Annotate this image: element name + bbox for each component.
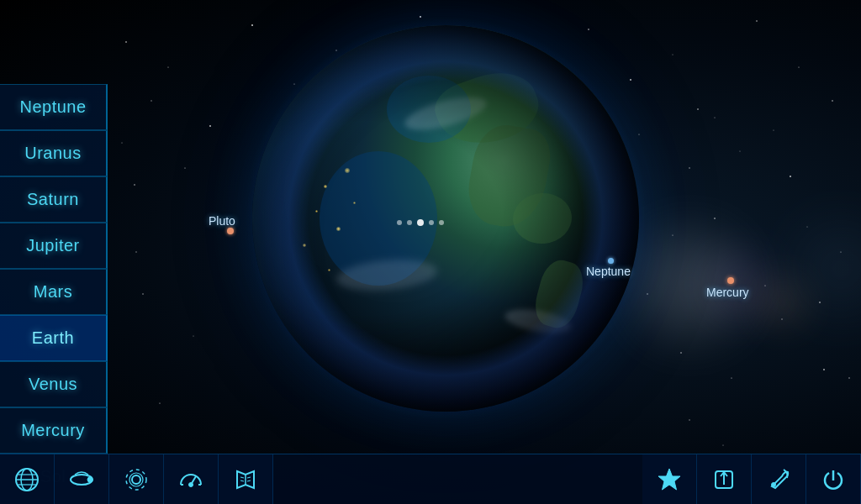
globe-icon — [13, 466, 40, 493]
svg-point-23 — [142, 293, 143, 294]
svg-point-21 — [740, 151, 741, 152]
svg-marker-66 — [658, 469, 680, 490]
svg-point-7 — [673, 55, 673, 55]
svg-point-17 — [714, 117, 715, 118]
gear-icon — [123, 466, 150, 493]
sidebar-item-venus[interactable]: Venus — [0, 361, 108, 407]
sidebar-item-saturn[interactable]: Saturn — [0, 176, 108, 223]
svg-point-20 — [689, 167, 689, 168]
orbit-icon — [68, 466, 95, 493]
orbit-button[interactable] — [55, 454, 109, 504]
earth-container — [252, 25, 639, 479]
svg-point-22 — [790, 176, 791, 177]
svg-point-10 — [151, 100, 151, 101]
svg-point-9 — [798, 66, 799, 67]
svg-point-26 — [731, 377, 732, 378]
sidebar-item-mars[interactable]: Mars — [0, 269, 108, 315]
svg-point-69 — [772, 483, 776, 487]
svg-point-53 — [87, 477, 92, 482]
svg-point-30 — [689, 419, 689, 420]
svg-line-65 — [247, 480, 251, 481]
svg-point-36 — [832, 100, 832, 101]
svg-point-39 — [122, 143, 123, 144]
settings-button[interactable] — [109, 454, 164, 504]
bottom-toolbar — [0, 454, 861, 504]
sidebar-item-earth[interactable]: Earth — [0, 315, 108, 361]
svg-point-1 — [167, 66, 168, 67]
neptune-dot — [608, 258, 614, 264]
svg-point-0 — [125, 41, 127, 43]
share-button[interactable] — [697, 454, 752, 504]
share-icon — [710, 466, 737, 493]
sidebar-item-uranus[interactable]: Uranus — [0, 130, 108, 176]
svg-point-43 — [807, 227, 808, 228]
svg-point-34 — [697, 108, 699, 110]
book-icon — [232, 466, 259, 493]
svg-point-24 — [193, 336, 194, 337]
svg-point-42 — [714, 218, 716, 219]
sidebar: Neptune Uranus Saturn Jupiter Mars Earth… — [0, 84, 108, 500]
svg-point-54 — [132, 475, 140, 484]
svg-point-25 — [680, 352, 682, 354]
tools-button[interactable] — [752, 454, 806, 504]
favorites-button[interactable] — [642, 454, 697, 504]
svg-point-41 — [672, 234, 673, 235]
globe-button[interactable] — [0, 454, 55, 504]
toolbar-spacer — [273, 454, 642, 504]
svg-point-38 — [848, 377, 850, 379]
info-button[interactable] — [219, 454, 273, 504]
nav-dot-2 — [407, 220, 412, 225]
svg-point-4 — [420, 16, 421, 18]
tools-icon — [765, 466, 792, 493]
bokeh-3 — [757, 277, 807, 328]
gauge-icon — [177, 466, 204, 493]
gauge-button[interactable] — [164, 454, 219, 504]
svg-point-35 — [774, 130, 774, 131]
svg-line-62 — [240, 477, 244, 478]
power-icon — [820, 466, 847, 493]
pluto-dot — [227, 228, 234, 234]
nav-dot-5 — [439, 220, 444, 225]
svg-line-64 — [247, 477, 251, 478]
toolbar-left — [0, 454, 273, 504]
earth-planet — [252, 25, 639, 412]
nav-dot-4 — [429, 220, 434, 225]
toolbar-right — [642, 454, 861, 504]
nav-dot-1 — [397, 220, 402, 225]
svg-point-8 — [756, 20, 757, 21]
star-icon — [656, 466, 683, 493]
nav-dot-3 — [417, 219, 424, 226]
svg-point-29 — [159, 402, 160, 403]
svg-point-31 — [723, 445, 724, 446]
nav-dots — [397, 219, 444, 226]
svg-point-58 — [189, 483, 193, 487]
power-button[interactable] — [806, 454, 861, 504]
sidebar-item-neptune[interactable]: Neptune — [0, 84, 108, 130]
sidebar-item-jupiter[interactable]: Jupiter — [0, 223, 108, 269]
svg-line-63 — [240, 480, 244, 481]
svg-point-40 — [135, 251, 136, 252]
mercury-dot — [727, 277, 734, 284]
sidebar-item-mercury[interactable]: Mercury — [0, 407, 108, 454]
svg-point-11 — [209, 125, 211, 127]
svg-point-19 — [184, 167, 185, 168]
svg-point-18 — [134, 184, 135, 186]
svg-point-28 — [823, 369, 825, 370]
